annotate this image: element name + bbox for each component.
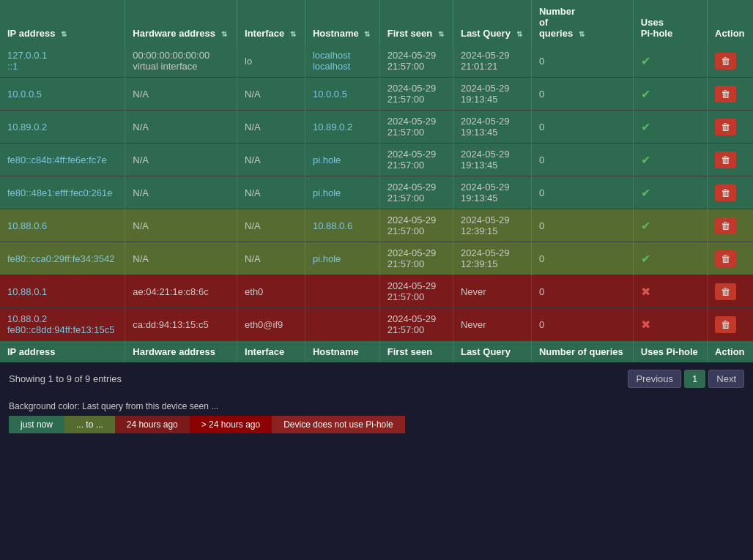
- cell-action: 🗑: [708, 143, 753, 176]
- cell-action: 🗑: [708, 176, 753, 209]
- cell-last-query: 2024-05-2919:13:45: [453, 176, 531, 209]
- ip-link[interactable]: 10.88.0.6: [7, 220, 47, 231]
- delete-button[interactable]: 🗑: [715, 152, 736, 168]
- cell-hostname: 10.0.0.5: [305, 78, 379, 111]
- col-header-action-label: Action: [715, 28, 744, 39]
- hostname-link[interactable]: localhost: [313, 50, 350, 61]
- sort-last-query-icon[interactable]: ⇅: [516, 30, 522, 38]
- cell-hw: N/A: [125, 176, 237, 209]
- hostname-link[interactable]: pi.hole: [313, 253, 341, 264]
- previous-page-button[interactable]: Previous: [628, 370, 681, 388]
- ip-link[interactable]: fe80::c8dd:94ff:fe13:15c5: [7, 324, 115, 335]
- page-1-button[interactable]: 1: [684, 370, 705, 388]
- cell-num-queries: 0: [531, 275, 633, 308]
- ip-link[interactable]: 10.0.0.5: [7, 89, 42, 100]
- cell-interface: N/A: [237, 209, 305, 242]
- col-header-uses-pihole: UsesPi-hole: [633, 0, 707, 45]
- legend-just-now: just now: [9, 416, 64, 433]
- cell-uses-pihole: ✔: [633, 209, 707, 242]
- cell-ip: 10.89.0.2: [0, 111, 125, 143]
- cell-first-seen: 2024-05-2921:57:00: [379, 275, 453, 308]
- cell-uses-pihole: ✔: [633, 176, 707, 209]
- table-row: fe80::cca0:29ff:fe34:3542N/AN/Api.hole20…: [0, 242, 753, 275]
- cell-last-query: 2024-05-2919:13:45: [453, 111, 531, 143]
- cell-num-queries: 0: [531, 45, 633, 78]
- legend-24h-label: 24 hours ago: [127, 419, 178, 430]
- network-table: IP address ⇅ Hardware address ⇅ Interfac…: [0, 0, 753, 362]
- ip-link[interactable]: 10.89.0.2: [7, 122, 47, 132]
- hostname-link[interactable]: pi.hole: [313, 187, 341, 198]
- cell-num-queries: 0: [531, 176, 633, 209]
- cell-num-queries: 0: [531, 308, 633, 341]
- delete-button[interactable]: 🗑: [715, 86, 736, 102]
- table-header-row: IP address ⇅ Hardware address ⇅ Interfac…: [0, 0, 753, 45]
- cell-interface: N/A: [237, 176, 305, 209]
- cell-interface: N/A: [237, 111, 305, 143]
- next-page-button[interactable]: Next: [708, 370, 744, 388]
- hostname-link[interactable]: 10.89.0.2: [313, 122, 352, 132]
- delete-button[interactable]: 🗑: [715, 184, 736, 201]
- cell-action: 🗑: [708, 111, 753, 143]
- cell-hw: N/A: [125, 143, 237, 176]
- footer-interface: Interface: [237, 341, 305, 363]
- col-header-interface: Interface ⇅: [237, 0, 305, 45]
- ip-link[interactable]: 127.0.0.1: [7, 50, 47, 61]
- cell-hw: 00:00:00:00:00:00virtual interface: [125, 45, 237, 78]
- sort-ip-icon[interactable]: ⇅: [61, 30, 67, 38]
- cell-last-query: Never: [453, 308, 531, 341]
- col-header-hw: Hardware address ⇅: [125, 0, 237, 45]
- hostname-link[interactable]: 10.0.0.5: [313, 89, 347, 100]
- cell-interface: lo: [237, 45, 305, 78]
- delete-button[interactable]: 🗑: [715, 217, 736, 234]
- ip-link[interactable]: fe80::48e1:efff:fec0:261e: [7, 187, 112, 198]
- hostname-link[interactable]: localhost: [313, 61, 350, 72]
- cell-ip: fe80::48e1:efff:fec0:261e: [0, 176, 125, 209]
- delete-button[interactable]: 🗑: [715, 316, 736, 333]
- cell-hw: ae:04:21:1e:c8:6c: [125, 275, 237, 308]
- cell-uses-pihole: ✔: [633, 143, 707, 176]
- cell-ip: 10.88.0.2fe80::c8dd:94ff:fe13:15c5: [0, 308, 125, 341]
- cell-ip: 10.0.0.5: [0, 78, 125, 111]
- cell-ip: fe80::cca0:29ff:fe34:3542: [0, 242, 125, 275]
- check-icon: ✔: [641, 55, 650, 67]
- ip-link[interactable]: ::1: [7, 61, 18, 72]
- delete-button[interactable]: 🗑: [715, 250, 736, 267]
- sort-hostname-icon[interactable]: ⇅: [364, 30, 370, 38]
- ip-link[interactable]: fe80::cca0:29ff:fe34:3542: [7, 253, 115, 264]
- legend-over-24h-label: > 24 hours ago: [201, 419, 260, 430]
- cell-uses-pihole: ✔: [633, 242, 707, 275]
- cell-last-query: 2024-05-2921:01:21: [453, 45, 531, 78]
- legend-items: just now ... to ... 24 hours ago > 24 ho…: [9, 416, 744, 433]
- ip-link[interactable]: 10.88.0.1: [7, 286, 47, 297]
- cell-interface: N/A: [237, 78, 305, 111]
- sort-num-queries-icon[interactable]: ⇅: [579, 30, 585, 38]
- sort-hw-icon[interactable]: ⇅: [221, 30, 227, 38]
- col-header-ip-label: IP address: [7, 28, 56, 39]
- cell-hw: N/A: [125, 242, 237, 275]
- cell-num-queries: 0: [531, 111, 633, 143]
- cell-last-query: 2024-05-2912:39:15: [453, 209, 531, 242]
- check-icon: ✔: [641, 220, 650, 232]
- cell-interface: N/A: [237, 242, 305, 275]
- delete-button[interactable]: 🗑: [715, 119, 736, 135]
- hostname-link[interactable]: pi.hole: [313, 154, 341, 165]
- ip-link[interactable]: 10.88.0.2: [7, 313, 47, 324]
- sort-first-seen-icon[interactable]: ⇅: [438, 30, 444, 38]
- col-header-uses-pihole-label: UsesPi-hole: [641, 17, 672, 39]
- cell-first-seen: 2024-05-2921:57:00: [379, 209, 453, 242]
- cell-hw: N/A: [125, 111, 237, 143]
- footer-ip: IP address: [0, 341, 125, 363]
- legend-title: Background color: Last query from this d…: [9, 401, 744, 411]
- legend-just-now-label: just now: [21, 419, 53, 430]
- ip-link[interactable]: fe80::c84b:4ff:fe6e:fc7e: [7, 154, 107, 165]
- cell-uses-pihole: ✔: [633, 45, 707, 78]
- legend-over-24h: > 24 hours ago: [190, 416, 272, 433]
- legend-to: ... to ...: [64, 416, 115, 433]
- cell-num-queries: 0: [531, 78, 633, 111]
- legend-bar: Background color: Last query from this d…: [0, 395, 753, 438]
- sort-interface-icon[interactable]: ⇅: [290, 30, 296, 38]
- delete-button[interactable]: 🗑: [715, 283, 736, 300]
- hostname-link[interactable]: 10.88.0.6: [313, 220, 352, 231]
- delete-button[interactable]: 🗑: [715, 53, 736, 70]
- cell-ip: fe80::c84b:4ff:fe6e:fc7e: [0, 143, 125, 176]
